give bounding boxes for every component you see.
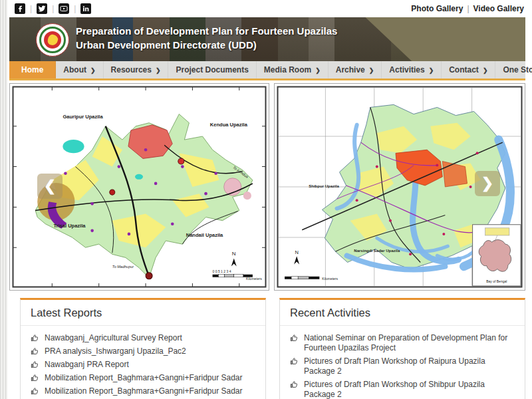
- activity-link-label: National Seminar on Preparation of Devel…: [304, 333, 515, 353]
- thumbs-up-icon: [31, 374, 39, 382]
- activity-link[interactable]: National Seminar on Preparation of Devel…: [290, 331, 515, 354]
- nav-item-about[interactable]: About❯: [56, 61, 103, 78]
- report-link[interactable]: Nawabganj_Agricultural Survey Report: [31, 331, 255, 344]
- divider: |: [74, 4, 76, 13]
- svg-text:Nandail Upazila: Nandail Upazila: [186, 232, 223, 238]
- thumbs-up-icon: [290, 357, 299, 366]
- map-carousel: Gauripur Upazila Kendua Upazila Trisal U…: [9, 83, 525, 291]
- recent-activities-box: Recent Activities National Seminar on Pr…: [279, 298, 525, 399]
- svg-text:To Madhupur: To Madhupur: [112, 265, 134, 269]
- chevron-right-icon: ❯: [369, 67, 374, 74]
- report-link-label: Nawabganj_Agricultural Survey Report: [45, 333, 182, 343]
- nav-item-home[interactable]: Home: [9, 61, 56, 78]
- logo-core: [44, 31, 61, 49]
- top-bar: | | | Photo Gallery | Video Gallery: [9, 0, 525, 17]
- recent-activities-title: Recent Activities: [280, 300, 525, 326]
- activity-link-label: Pictures of Draft Plan Workshop of Raipu…: [304, 356, 515, 376]
- facebook-icon[interactable]: [15, 3, 25, 14]
- nav-item-media-room[interactable]: Media Room❯: [257, 61, 329, 78]
- video-gallery-link[interactable]: Video Gallery: [473, 4, 524, 13]
- nav-label: About: [63, 65, 86, 74]
- svg-text:Shibpur Upazila: Shibpur Upazila: [309, 184, 339, 188]
- report-link[interactable]: Nawabganj PRA Report: [31, 358, 255, 371]
- carousel-next-button[interactable]: ❯: [475, 171, 500, 196]
- carousel-prev-button[interactable]: ❮: [37, 174, 63, 199]
- thumbs-up-icon: [290, 334, 299, 342]
- svg-text:Narsingdi Sadar Upazila: Narsingdi Sadar Upazila: [354, 249, 400, 253]
- latest-reports-title: Latest Reports: [21, 300, 265, 326]
- thumbs-up-icon: [31, 347, 39, 356]
- social-links: | | |: [11, 3, 91, 14]
- site-title-line1: Preparation of Development Plan for Four…: [76, 24, 337, 38]
- thumbs-up-icon: [31, 334, 39, 342]
- nav-label: Media Room: [264, 65, 311, 74]
- svg-text:Gauripur Upazila: Gauripur Upazila: [63, 114, 103, 120]
- nav-label: One Stop Service: [503, 65, 532, 74]
- nav-item-project-documents[interactable]: Project Documents: [168, 61, 256, 78]
- divider: |: [52, 4, 54, 13]
- main-nav: Home About❯ Resources❯ Project Documents…: [9, 61, 525, 80]
- nav-item-activities[interactable]: Activities❯: [382, 61, 442, 78]
- youtube-icon[interactable]: [59, 3, 69, 14]
- svg-text:Kilometers: Kilometers: [322, 277, 338, 281]
- page: | | | Photo Gallery | Video Gallery Prep…: [0, 0, 532, 399]
- chevron-right-icon: ❯: [315, 67, 321, 74]
- logo-ring: [39, 27, 66, 53]
- nav-label: Project Documents: [176, 65, 248, 74]
- chevron-right-icon: ❯: [90, 67, 96, 74]
- latest-reports-list: Nawabganj_Agricultural Survey Report PRA…: [21, 326, 265, 399]
- udd-logo: [36, 23, 69, 57]
- svg-text:Kendua Upazila: Kendua Upazila: [210, 122, 248, 128]
- svg-text:Trisal Upazila: Trisal Upazila: [53, 223, 86, 229]
- nav-label: Home: [21, 65, 43, 74]
- report-link[interactable]: Mobilization Report_Baghmara+Gangni+Fari…: [31, 371, 255, 384]
- svg-text:0 0.5 1 2 3 4: 0 0.5 1 2 3 4: [213, 269, 231, 273]
- activity-link-label: Pictures of Draft Plan Workshop of Shibp…: [304, 380, 515, 399]
- content-sections: Latest Reports Nawabganj_Agricultural Su…: [20, 298, 525, 399]
- nav-item-contact[interactable]: Contact❯: [442, 61, 495, 78]
- nav-label: Activities: [389, 65, 424, 74]
- thumbs-up-icon: [31, 387, 39, 396]
- report-link[interactable]: Mobilization Report_Baghmara+Gangni+Fari…: [31, 384, 255, 398]
- page-edge-texture: [0, 0, 7, 399]
- svg-text:N: N: [232, 251, 236, 257]
- latest-reports-box: Latest Reports Nawabganj_Agricultural Su…: [20, 298, 266, 399]
- report-link-label: PRA analysis_Ishwarganj Upazila_Pac2: [45, 346, 186, 356]
- report-link-label: Mobilization Report_Baghmara+Gangni+Fari…: [45, 373, 243, 383]
- activity-link[interactable]: Pictures of Draft Plan Workshop of Raipu…: [290, 354, 515, 378]
- report-link[interactable]: PRA analysis_Ishwarganj Upazila_Pac2: [31, 344, 255, 358]
- site-title: Preparation of Development Plan for Four…: [76, 24, 337, 52]
- twitter-icon[interactable]: [37, 3, 47, 14]
- nav-item-one-stop-service[interactable]: One Stop Service: [495, 61, 532, 78]
- divider: |: [30, 4, 32, 13]
- nav-item-archive[interactable]: Archive❯: [329, 61, 382, 78]
- nav-label: Archive: [336, 65, 365, 74]
- thumbs-up-icon: [290, 380, 299, 389]
- chevron-right-icon: ❯: [483, 67, 488, 74]
- linkedin-icon[interactable]: [80, 3, 91, 14]
- inset-map: Bay of Bengal: [473, 225, 521, 286]
- divider: |: [467, 4, 469, 13]
- photo-gallery-link[interactable]: Photo Gallery: [411, 4, 463, 13]
- gallery-links: Photo Gallery | Video Gallery: [411, 4, 524, 13]
- activity-link[interactable]: Pictures of Draft Plan Workshop of Shibp…: [290, 378, 515, 399]
- svg-text:Bay of Bengal: Bay of Bengal: [486, 279, 507, 283]
- nav-item-resources[interactable]: Resources❯: [104, 61, 169, 78]
- nav-label: Contact: [449, 65, 479, 74]
- logo-bangladesh-shape: [47, 34, 59, 46]
- report-link-label: Nawabganj PRA Report: [45, 360, 129, 370]
- site-title-line2: Urban Development Directorate (UDD): [76, 38, 337, 52]
- svg-text:Kilometers: Kilometers: [246, 277, 262, 281]
- chevron-right-icon: ❯: [429, 67, 434, 74]
- nav-label: Resources: [111, 65, 152, 74]
- recent-activities-list: National Seminar on Preparation of Devel…: [280, 326, 525, 399]
- header-banner: Preparation of Development Plan for Four…: [9, 17, 525, 61]
- chevron-right-icon: ❯: [156, 67, 161, 74]
- svg-text:N: N: [295, 249, 298, 255]
- report-link-label: Mobilization Report_Baghmara+Gangni+Fari…: [45, 386, 243, 396]
- thumbs-up-icon: [31, 360, 39, 369]
